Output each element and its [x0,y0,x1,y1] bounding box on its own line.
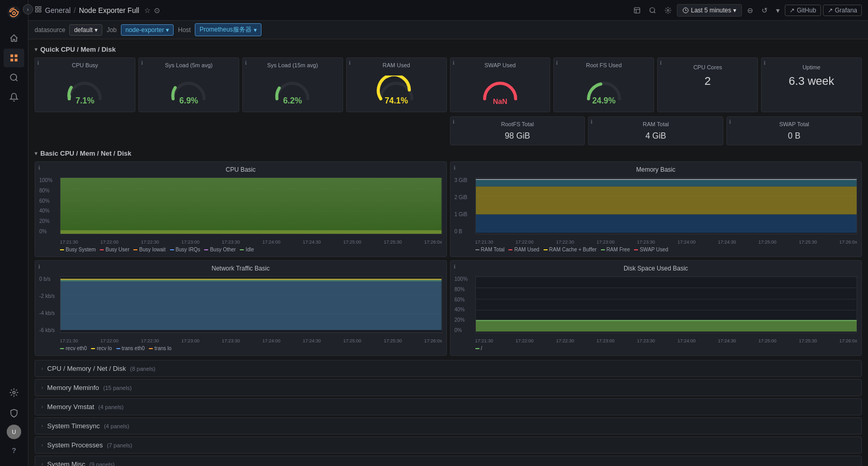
chart-type-button[interactable] [630,5,644,16]
legend-recv-eth0: recv eth0 [60,345,87,351]
card-rootfs: ℹ Root FS Used 24.9% [553,57,654,112]
chart-memory-basic: ℹ Memory Basic 3 GiB2 GiB1 GiB0 B [450,161,862,257]
more-button[interactable]: ▾ [773,4,783,17]
section-cpu-memory-net-disk[interactable]: › CPU / Memory / Net / Disk (8 panels) [35,360,862,377]
card-title-sysload15: Sys Load (15m avg) [247,62,338,68]
chart-area-cpu: 100%80%60%40%20%0% [39,177,442,245]
user-avatar[interactable]: U [7,425,21,439]
info-value-rootfs-total: 98 GiB [455,131,581,141]
main-content: General / Node Exporter Full ☆ ⊙ Last 5 … [28,0,868,466]
job-value: node-exporter [126,26,164,34]
chevron-icon-host: ▾ [254,26,257,34]
gauge-value-sysload15: 6.2% [283,96,302,106]
legend-cpu: Busy System Busy User Busy Iowait Busy I… [39,247,442,252]
svg-rect-29 [476,179,857,187]
section-system-processes[interactable]: › System Processes (7 panels) [35,437,862,454]
svg-rect-37 [60,279,442,330]
info-icon-swap-total: ℹ [729,119,731,125]
card-sysload15: ℹ Sys Load (15m avg) 6.2% [242,57,343,112]
info-value-swap-total: 0 B [731,131,857,141]
svg-rect-3 [10,54,13,57]
legend-trans-lo: trans lo [149,345,172,351]
breadcrumb-general[interactable]: General [45,6,71,14]
section-system-timesync[interactable]: › System Timesync (4 panels) [35,417,862,434]
x-axis-disk: 17:21:3017:22:0017:22:3017:23:0017:23:30… [475,338,858,343]
svg-point-7 [10,74,17,80]
arrow-timesync: › [41,423,43,429]
share-icon[interactable]: ⊙ [154,6,160,14]
info-icon-rootfs-total: ℹ [453,119,455,125]
topbar-title: General / Node Exporter Full ☆ ⊙ [35,6,626,14]
gauge-value-cpu-busy: 7.1% [75,96,94,106]
collapsible-sections: › CPU / Memory / Net / Disk (8 panels) ›… [35,360,862,466]
section-quick-cpu[interactable]: ▾ Quick CPU / Mem / Disk [35,46,862,53]
zoom-out-button[interactable]: ⊖ [744,4,756,17]
chevron-icon-job: ▾ [166,26,169,34]
legend-idle: Idle [240,247,254,252]
chart-info-disk: ℹ [454,264,456,269]
y-axis-disk: 100%80%60%40%20%0% [455,276,475,333]
gauge-sysload5: 6.9% [143,71,235,108]
grafana-logo[interactable] [6,4,22,21]
sidebar-item-alerting[interactable] [4,88,24,107]
info-cards-row: ℹ RootFS Total 98 GiB ℹ RAM Total 4 GiB … [35,116,862,145]
svg-rect-12 [39,10,41,12]
time-range-button[interactable]: Last 5 minutes ▾ [677,4,742,17]
svg-rect-5 [10,59,13,62]
job-select[interactable]: node-exporter ▾ [121,24,174,36]
card-info-sysload15: ℹ [245,60,247,66]
section-quick-title: Quick CPU / Mem / Disk [40,46,116,53]
y-axis-cpu: 100%80%60%40%20%0% [39,177,60,234]
sidebar-item-shield[interactable] [4,404,24,423]
arrow-meminfo: › [41,385,43,390]
collapse-icon-quick: ▾ [35,47,37,52]
card-title-ram: RAM Used [351,62,442,68]
legend-busy-other: Busy Other [204,247,236,252]
card-title-sysload5: Sys Load (5m avg) [143,62,235,68]
card-title-rootfs: Root FS Used [558,62,649,68]
datasource-value: default [74,26,92,34]
card-title-uptime: Uptime [766,64,857,70]
sidebar-item-settings[interactable] [4,383,24,402]
sidebar-item-dashboards[interactable] [4,49,24,67]
card-info-cores: ℹ [660,60,662,66]
svg-point-8 [13,392,16,394]
sidebar-item-home[interactable] [4,29,24,48]
section-basic-title: Basic CPU / Mem / Net / Disk [40,149,131,157]
datasource-select[interactable]: default ▾ [69,24,102,36]
section-system-misc[interactable]: › System Misc (9 panels) [35,456,862,466]
sidebar-item-explore[interactable] [4,68,24,87]
chart-cpu-basic: ℹ CPU Basic 100%80%60%40%20%0% [35,161,447,257]
settings-button[interactable] [661,5,675,16]
sidebar-item-help[interactable]: ? [4,441,24,460]
card-cpu-cores: ℹ CPU Cores 2 [657,57,758,112]
star-icon[interactable]: ☆ [144,6,151,14]
section-count-misc: (9 panels) [89,461,115,467]
github-link[interactable]: ↗ GitHub [785,5,820,16]
grafana-link[interactable]: ↗ Grafana [823,5,862,16]
host-select[interactable]: Prometheus服务器 ▾ [195,23,261,36]
section-memory-meminfo[interactable]: › Memory Meminfo (15 panels) [35,379,862,396]
chevron-icon-datasource: ▾ [95,26,98,34]
sidebar-toggle[interactable]: › [23,4,33,14]
info-title-rootfs-total: RootFS Total [455,121,581,127]
legend-recv-lo: recv lo [91,345,112,351]
legend-busy-iowait: Busy Iowait [133,247,165,252]
card-info-uptime: ℹ [764,60,766,66]
chevron-down-icon: ▾ [733,7,736,14]
refresh-button[interactable]: ↺ [758,4,771,17]
gauge-rootfs: 24.9% [558,71,649,108]
section-memory-vmstat[interactable]: › Memory Vmstat (4 panels) [35,398,862,415]
y-axis-memory: 3 GiB2 GiB1 GiB0 B [455,177,475,234]
search-button[interactable] [646,5,659,16]
section-basic-cpu[interactable]: ▾ Basic CPU / Mem / Net / Disk [35,149,862,157]
charts-grid: ℹ CPU Basic 100%80%60%40%20%0% [35,161,862,356]
breadcrumb-separator: / [74,6,76,14]
section-count-timesync: (4 panels) [104,423,129,429]
chart-area-disk: 100%80%60%40%20%0% [455,276,858,343]
arrow-vmstat: › [41,404,43,410]
svg-rect-24 [60,230,442,234]
card-info-sysload5: ℹ [141,60,143,66]
gauge-sysload15: 6.2% [247,71,338,108]
card-uptime: ℹ Uptime 6.3 week [761,57,862,112]
